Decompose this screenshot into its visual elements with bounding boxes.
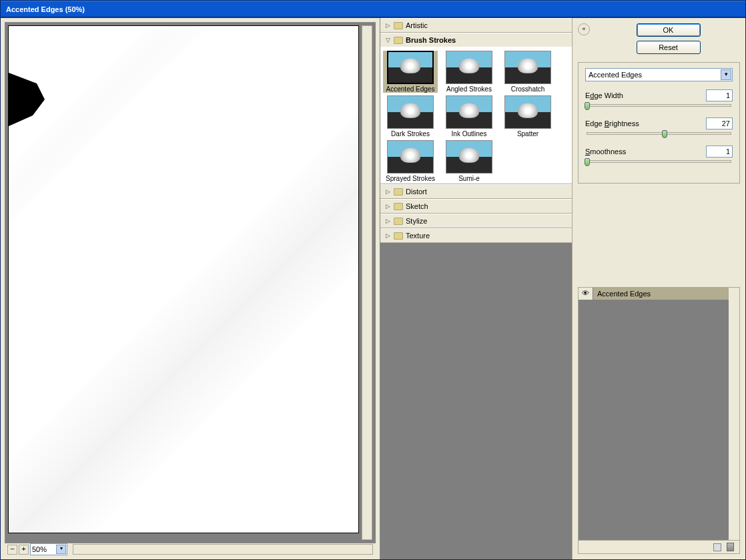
brush-thumbnails: Accented Edges Angled Strokes Crosshatch [380, 47, 572, 184]
filter-sprayed-strokes[interactable]: Sprayed Strokes [383, 140, 438, 182]
filter-dark-strokes[interactable]: Dark Strokes [383, 95, 438, 137]
preview-frame [5, 22, 376, 543]
preview-scrollbar-vertical[interactable] [362, 25, 372, 540]
smoothness-slider[interactable] [587, 160, 731, 163]
filter-thumb-icon [446, 95, 492, 129]
layer-body: 👁 Accented Edges [579, 288, 739, 540]
content: − + 50% ▾ ▷ Artistic [1, 18, 745, 559]
window-title: Accented Edges (50%) [6, 5, 85, 13]
zoom-combo[interactable]: 50% ▾ [30, 543, 67, 555]
param-label: Edge Width [585, 91, 623, 99]
zoom-row: − + 50% ▾ [5, 543, 376, 555]
category-texture-header[interactable]: ▷ Texture [380, 229, 572, 242]
param-smoothness: Smoothness 1 [585, 146, 733, 163]
triangle-down-icon: ▽ [384, 37, 391, 43]
new-effect-layer-icon[interactable] [713, 543, 721, 551]
filter-sumi-e[interactable]: Sumi-e [442, 140, 496, 182]
filter-ink-outlines[interactable]: Ink Outlines [442, 95, 496, 137]
slider-thumb[interactable] [585, 102, 590, 110]
folder-icon [394, 232, 403, 240]
category-stylize-header[interactable]: ▷ Stylize [380, 214, 572, 228]
folder-icon [394, 22, 403, 29]
category-sketch-header[interactable]: ▷ Sketch [380, 200, 572, 213]
folder-icon [394, 218, 403, 225]
preview-scrollbar-horizontal[interactable] [73, 544, 373, 555]
titlebar[interactable]: Accented Edges (50%) [1, 1, 745, 18]
filter-thumb-label: Sumi-e [442, 175, 496, 182]
category-artistic-header[interactable]: ▷ Artistic [380, 19, 572, 32]
effect-layers-panel: 👁 Accented Edges [578, 287, 740, 554]
filter-select-combo[interactable]: Accented Edges ▾ [585, 68, 733, 81]
edge-brightness-slider[interactable] [587, 132, 731, 135]
slider-thumb[interactable] [662, 130, 667, 138]
filter-categories-panel: ▷ Artistic ▽ Brush Strokes Accente [380, 18, 572, 559]
preview-image[interactable] [8, 25, 359, 533]
triangle-right-icon: ▷ [384, 203, 391, 210]
param-label: Edge Brightness [585, 119, 639, 127]
triangle-right-icon: ▷ [384, 22, 391, 29]
category-label: Artistic [406, 21, 428, 29]
filter-thumb-label: Angled Strokes [442, 85, 496, 93]
edge-brightness-input[interactable]: 27 [706, 117, 733, 129]
layer-footer [579, 540, 739, 553]
filter-thumb-icon [504, 51, 551, 84]
filter-gallery-window: Accented Edges (50%) − + 50% ▾ [0, 0, 746, 560]
category-distort-header[interactable]: ▷ Distort [380, 185, 572, 198]
filter-spatter[interactable]: Spatter [500, 95, 555, 137]
filter-thumb-label: Spatter [500, 130, 555, 137]
category-label: Sketch [406, 202, 428, 210]
category-sketch: ▷ Sketch [380, 199, 572, 214]
slider-thumb[interactable] [585, 158, 590, 166]
triangle-right-icon: ▷ [384, 218, 391, 224]
visibility-eye-icon[interactable]: 👁 [579, 288, 593, 300]
category-distort: ▷ Distort [380, 184, 572, 199]
filter-thumb-icon [387, 51, 434, 84]
effect-layer-name: Accented Edges [593, 290, 729, 298]
filter-thumb-icon [504, 95, 551, 129]
zoom-value: 50% [32, 545, 47, 553]
triangle-right-icon: ▷ [384, 232, 391, 239]
layers-scrollbar[interactable] [729, 288, 739, 540]
edge-width-slider[interactable] [587, 104, 731, 107]
category-label: Texture [406, 232, 430, 240]
folder-icon [394, 37, 403, 44]
filter-thumb-label: Dark Strokes [383, 130, 438, 137]
layer-list: 👁 Accented Edges [579, 288, 729, 540]
filter-thumb-icon [446, 51, 492, 84]
trash-icon[interactable] [727, 543, 734, 551]
category-brush-header[interactable]: ▽ Brush Strokes [380, 33, 572, 47]
selected-filter-name: Accented Edges [589, 71, 642, 79]
side-panel: « OK Reset Accented Edges ▾ Edge Width 1 [572, 18, 745, 559]
filter-accented-edges[interactable]: Accented Edges [383, 51, 438, 93]
param-label: Smoothness [585, 148, 626, 156]
category-label: Distort [406, 188, 427, 196]
chevron-down-icon[interactable]: ▾ [56, 545, 66, 554]
filter-thumb-label: Ink Outlines [442, 130, 496, 137]
filter-angled-strokes[interactable]: Angled Strokes [442, 51, 496, 93]
preview-panel: − + 50% ▾ [1, 18, 380, 559]
filter-thumb-label: Crosshatch [500, 85, 555, 93]
preview-sketch-canvas [9, 26, 358, 533]
filter-thumb-icon [387, 95, 434, 129]
ok-button[interactable]: OK [637, 23, 701, 37]
effect-layer-row[interactable]: 👁 Accented Edges [579, 288, 729, 300]
triangle-right-icon: ▷ [384, 188, 391, 195]
filter-crosshatch[interactable]: Crosshatch [500, 51, 555, 93]
reset-button[interactable]: Reset [637, 41, 701, 54]
smoothness-input[interactable]: 1 [706, 146, 733, 158]
filter-params: Accented Edges ▾ Edge Width 1 Edge Brigh… [578, 62, 740, 184]
zoom-out-button[interactable]: − [7, 545, 17, 555]
category-label: Brush Strokes [406, 36, 456, 44]
filter-thumb-icon [446, 140, 492, 174]
folder-icon [394, 188, 403, 196]
category-stylize: ▷ Stylize [380, 214, 572, 228]
chevron-down-icon[interactable]: ▾ [721, 69, 731, 80]
folder-icon [394, 203, 403, 210]
param-edge-width: Edge Width 1 [585, 89, 733, 107]
category-brush-strokes: ▽ Brush Strokes Accented Edges Angled St… [380, 33, 572, 184]
collapse-button[interactable]: « [578, 23, 590, 35]
edge-width-input[interactable]: 1 [706, 89, 733, 101]
zoom-in-button[interactable]: + [19, 545, 29, 555]
filter-thumb-label: Sprayed Strokes [383, 175, 438, 182]
param-edge-brightness: Edge Brightness 27 [585, 117, 733, 135]
